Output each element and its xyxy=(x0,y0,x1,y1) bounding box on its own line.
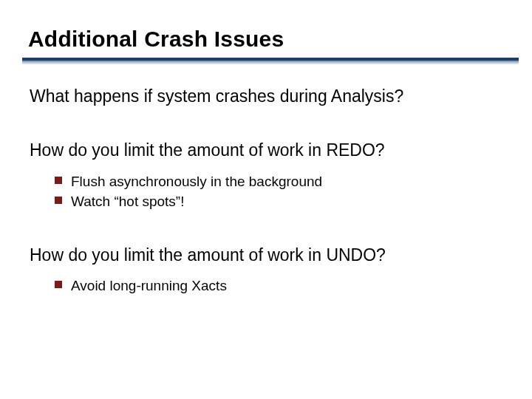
square-bullet-icon xyxy=(55,177,62,184)
undo-bullets: Avoid long-running Xacts xyxy=(30,276,504,296)
title-underline xyxy=(28,58,504,65)
bullet-text: Flush asynchronously in the background xyxy=(71,174,322,189)
list-item: Watch “hot spots”! xyxy=(55,191,504,212)
bullet-text: Watch “hot spots”! xyxy=(71,194,184,209)
square-bullet-icon xyxy=(55,281,62,288)
question-undo: How do you limit the amount of work in U… xyxy=(30,245,504,266)
slide-title: Additional Crash Issues xyxy=(28,27,504,52)
bullet-text: Avoid long-running Xacts xyxy=(71,278,227,293)
rule-light xyxy=(22,61,519,64)
question-redo: How do you limit the amount of work in R… xyxy=(30,140,504,161)
square-bullet-icon xyxy=(55,197,62,204)
list-item: Avoid long-running Xacts xyxy=(55,276,504,296)
list-item: Flush asynchronously in the background xyxy=(55,171,504,192)
slide: Additional Crash Issues What happens if … xyxy=(0,0,532,399)
slide-body: What happens if system crashes during An… xyxy=(28,86,504,296)
redo-bullets: Flush asynchronously in the background W… xyxy=(30,171,504,212)
question-analysis: What happens if system crashes during An… xyxy=(30,86,504,107)
